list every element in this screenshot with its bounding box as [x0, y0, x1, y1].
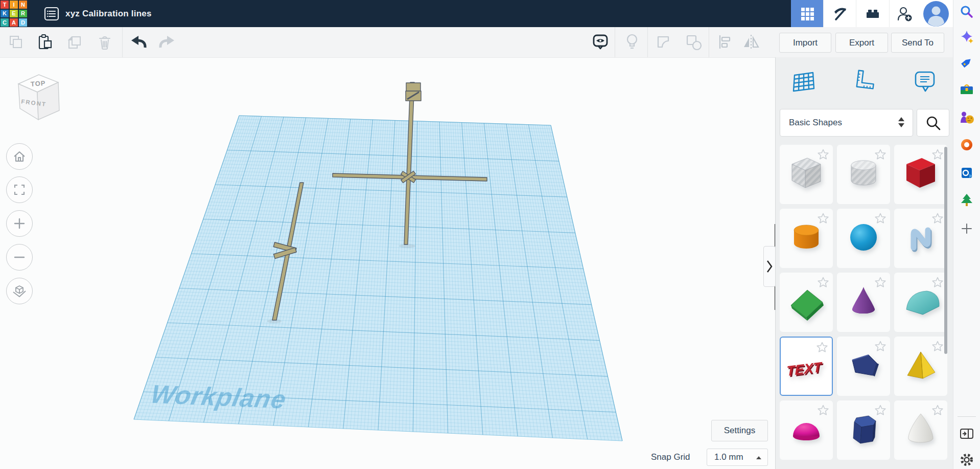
snap-grid-value: 1.0 mm — [707, 452, 743, 462]
avatar-icon — [923, 1, 949, 27]
top-bar-right — [791, 0, 953, 27]
home-icon — [12, 149, 27, 164]
shape-tile-cylinder[interactable] — [780, 209, 833, 268]
fit-view-button[interactable] — [6, 176, 33, 203]
panel-scrollbar[interactable] — [944, 147, 947, 354]
duplicate-icon — [65, 33, 83, 51]
pickaxe-icon — [831, 5, 849, 23]
workplane-tool-icon[interactable] — [790, 69, 818, 96]
caret-up-icon — [756, 456, 761, 459]
minecraft-button[interactable] — [823, 0, 855, 27]
ungroup-button[interactable] — [684, 32, 703, 52]
text-shape-icon: TEXT TEXT — [786, 344, 829, 387]
mirror-icon — [741, 33, 761, 51]
shape-tile-hole-box[interactable] — [780, 145, 833, 204]
hole-box-shape-icon — [785, 151, 828, 194]
inspect-button[interactable] — [591, 32, 610, 52]
mirror-button[interactable] — [741, 32, 761, 52]
half-sphere-shape-icon — [785, 407, 828, 450]
design-menu-icon[interactable] — [44, 7, 59, 21]
add-person-button[interactable] — [889, 0, 919, 27]
perspective-icon — [10, 282, 29, 300]
zoom-in-button[interactable] — [6, 210, 33, 237]
logo-tile: R — [19, 10, 27, 18]
add-icon[interactable] — [959, 221, 974, 236]
apps-grid-button[interactable] — [791, 0, 823, 27]
outlook-icon[interactable] — [959, 165, 974, 180]
ruler-tool-icon[interactable] — [850, 69, 878, 96]
logo-tile: A — [10, 18, 18, 27]
search-icon[interactable] — [959, 4, 974, 19]
shape-search-button[interactable] — [917, 109, 949, 137]
settings-button[interactable]: Settings — [711, 420, 768, 441]
search-icon — [924, 114, 942, 131]
shape-tile-cone[interactable] — [837, 273, 890, 332]
chevron-right-icon — [766, 260, 773, 273]
round-roof-shape-icon — [899, 279, 942, 322]
shape-tile-hole-cylinder[interactable] — [837, 145, 890, 204]
redo-button[interactable] — [157, 32, 177, 52]
send-to-button[interactable]: Send To — [891, 33, 944, 53]
shape-tile-paraboloid[interactable] — [894, 400, 947, 460]
shape-tile-scribble[interactable] — [894, 209, 947, 268]
export-button[interactable]: Export — [835, 33, 888, 53]
delete-button[interactable] — [95, 32, 114, 52]
zoom-out-button[interactable] — [6, 244, 33, 271]
group-button[interactable] — [654, 32, 673, 52]
hole-cylinder-shape-icon — [842, 151, 885, 194]
shape-category-select[interactable]: Basic Shapes — [780, 109, 913, 137]
align-icon — [715, 33, 734, 51]
undo-button[interactable] — [129, 32, 148, 52]
copy-icon — [7, 33, 25, 51]
games-icon[interactable] — [959, 109, 974, 125]
view-cube-top-label[interactable]: TOP — [30, 79, 45, 88]
light-button[interactable] — [622, 32, 642, 52]
shape-tile-sphere[interactable] — [837, 209, 890, 268]
paste-button[interactable] — [35, 32, 54, 52]
shape-tile-half-sphere[interactable] — [780, 400, 833, 460]
import-button[interactable]: Import — [779, 33, 831, 53]
ungroup-icon — [684, 32, 703, 52]
open-panel-icon[interactable] — [959, 426, 974, 441]
align-button[interactable] — [715, 32, 734, 52]
shape-tile-roof[interactable] — [780, 273, 833, 332]
office-icon[interactable] — [959, 137, 974, 152]
copilot-icon[interactable] — [959, 30, 974, 45]
tinkercad-editor: Workplane TINKERCAD — [0, 0, 980, 469]
view-cube[interactable]: TOP FRONT — [13, 69, 63, 127]
perspective-toggle-button[interactable] — [6, 278, 33, 304]
brick-icon — [864, 5, 881, 23]
shapes-panel: Basic Shapes — [775, 57, 953, 469]
account-avatar[interactable] — [919, 0, 953, 27]
apps-grid-icon — [800, 7, 814, 21]
shape-category-value: Basic Shapes — [780, 118, 842, 128]
shape-tile-polygon[interactable] — [837, 337, 890, 396]
snap-grid-label: Snap Grid — [651, 452, 690, 462]
tree-icon[interactable] — [959, 193, 974, 208]
shape-tile-pyramid[interactable] — [894, 337, 947, 396]
cone-shape-icon — [842, 279, 885, 322]
paraboloid-shape-icon — [899, 407, 942, 450]
document-title[interactable]: xyz Calibration lines — [65, 0, 152, 27]
select-arrows-icon — [898, 117, 904, 127]
bricks-button[interactable] — [856, 0, 889, 27]
home-view-button[interactable] — [6, 143, 33, 170]
notes-tool-icon[interactable] — [912, 69, 939, 96]
settings-gear-icon[interactable] — [959, 452, 974, 467]
snap-grid-select[interactable]: 1.0 mm — [707, 449, 768, 466]
toolbox-icon[interactable] — [959, 82, 974, 97]
logo-tile: D — [19, 18, 27, 27]
shape-tile-round-roof[interactable] — [894, 273, 947, 332]
plus-icon — [12, 216, 27, 231]
shape-tile-text[interactable]: TEXT TEXT — [780, 337, 833, 396]
shopping-tag-icon[interactable] — [959, 55, 974, 70]
roof-shape-icon — [785, 279, 828, 322]
logo-tile: N — [19, 1, 27, 9]
copy-button[interactable] — [6, 32, 26, 52]
panel-collapse-tab[interactable] — [763, 246, 776, 287]
tinkercad-logo[interactable]: TINKERCAD — [1, 1, 27, 27]
duplicate-button[interactable] — [64, 32, 84, 52]
sidebar-divider — [958, 416, 976, 417]
shape-tile-prism[interactable] — [837, 400, 890, 460]
shape-tile-box[interactable] — [894, 145, 947, 204]
